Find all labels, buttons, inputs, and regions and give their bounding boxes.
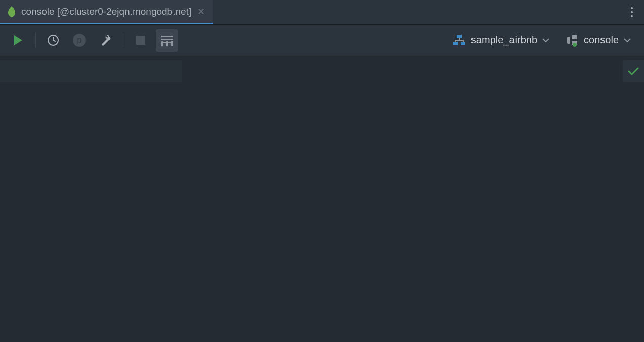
svg-point-14 xyxy=(573,43,577,47)
chevron-down-icon xyxy=(624,38,631,42)
svg-rect-12 xyxy=(572,35,577,39)
play-icon xyxy=(13,34,23,46)
svg-rect-8 xyxy=(457,35,462,38)
history-button[interactable] xyxy=(42,29,64,52)
run-button[interactable] xyxy=(7,29,29,52)
wrench-icon xyxy=(99,34,112,47)
stop-icon xyxy=(136,36,145,45)
parameters-button: p xyxy=(68,29,91,52)
stop-button xyxy=(130,29,152,52)
close-icon[interactable]: ✕ xyxy=(196,6,206,17)
mongodb-leaf-icon xyxy=(7,5,16,18)
tab-bar-actions xyxy=(628,0,644,24)
p-badge-icon: p xyxy=(73,34,86,47)
session-selector[interactable]: console xyxy=(560,29,637,52)
tab-title: console [@cluster0-2ejqn.mongodb.net] xyxy=(21,6,191,17)
results-view-button[interactable] xyxy=(156,29,178,52)
datasource-icon xyxy=(566,34,579,47)
svg-rect-9 xyxy=(453,42,458,45)
svg-rect-6 xyxy=(166,41,168,46)
clock-icon xyxy=(47,34,59,46)
svg-rect-3 xyxy=(161,39,173,40)
table-icon xyxy=(160,34,174,46)
svg-rect-10 xyxy=(461,42,465,45)
chevron-down-icon xyxy=(542,38,549,42)
tab-bar: console [@cluster0-2ejqn.mongodb.net] ✕ xyxy=(0,0,644,25)
separator xyxy=(123,33,123,48)
schema-icon xyxy=(453,34,466,47)
svg-rect-7 xyxy=(171,41,173,46)
more-vertical-icon[interactable] xyxy=(628,4,636,20)
separator xyxy=(35,33,36,48)
current-line-highlight xyxy=(0,60,182,82)
svg-rect-2 xyxy=(161,36,173,37)
check-icon xyxy=(628,67,639,76)
svg-rect-1 xyxy=(136,36,145,45)
database-selector-label: sample_airbnb xyxy=(471,34,537,46)
settings-button[interactable] xyxy=(95,29,117,52)
svg-rect-5 xyxy=(161,41,163,46)
session-selector-label: console xyxy=(584,34,619,46)
toolbar: p sample_airbnb xyxy=(0,25,644,56)
editor-area[interactable] xyxy=(0,56,644,342)
database-selector[interactable]: sample_airbnb xyxy=(447,29,555,52)
console-tab[interactable]: console [@cluster0-2ejqn.mongodb.net] ✕ xyxy=(0,0,213,24)
svg-rect-11 xyxy=(567,37,570,44)
inspection-status[interactable] xyxy=(623,60,644,82)
